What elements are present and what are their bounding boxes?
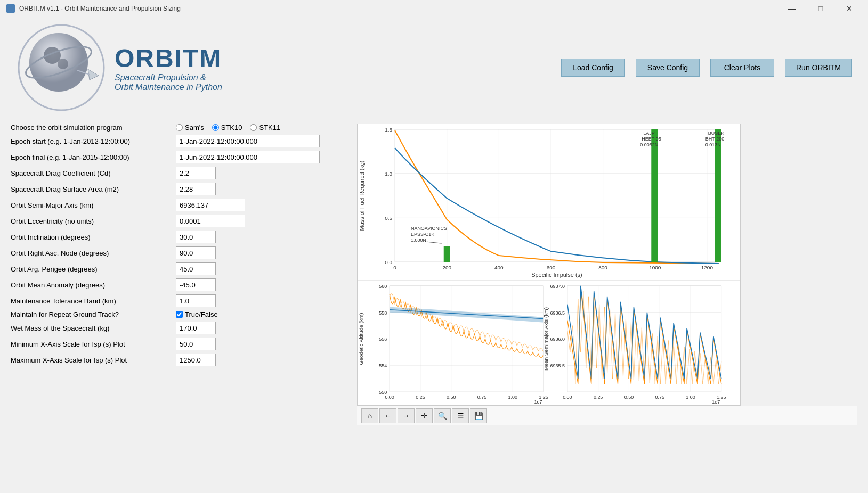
mean-anomaly-row: Orbit Mean Anomaly (degrees) -45.0 bbox=[11, 278, 352, 291]
svg-text:0.75: 0.75 bbox=[477, 395, 486, 400]
epoch-final-row: Epoch final (e.g. 1-Jan-2015-12:00:00) 1… bbox=[11, 151, 352, 163]
svg-text:6936.0: 6936.0 bbox=[550, 336, 564, 342]
radio-stk10-input[interactable] bbox=[212, 124, 219, 131]
svg-text:0.75: 0.75 bbox=[655, 395, 664, 400]
svg-text:Geodetic Altitude (km): Geodetic Altitude (km) bbox=[358, 313, 364, 365]
repeat-track-checkbox-label[interactable]: True/False bbox=[176, 310, 218, 318]
svg-text:0.0: 0.0 bbox=[385, 259, 392, 265]
top-plot: 1.5 1.0 0.5 0.0 0 200 400 600 800 1000 1… bbox=[359, 127, 724, 278]
svg-text:0.00: 0.00 bbox=[385, 395, 394, 400]
plot-container: 1.5 1.0 0.5 0.0 0 200 400 600 800 1000 1… bbox=[357, 124, 741, 406]
plot-zoom-button[interactable]: 🔍 bbox=[434, 408, 451, 423]
header-section: ORBITM Spacecraft Propulsion & Orbit Mai… bbox=[0, 17, 868, 118]
run-orbitm-button[interactable]: Run ORBITM bbox=[785, 59, 852, 77]
tolerance-input[interactable]: 1.0 bbox=[176, 294, 216, 307]
wet-mass-row: Wet Mass of the Spacecraft (kg) 170.0 bbox=[11, 322, 352, 334]
repeat-track-label: Maintain for Repeat Ground Track? bbox=[11, 310, 171, 318]
max-x-axis-input[interactable]: 1250.0 bbox=[176, 354, 216, 366]
eccentricity-input[interactable]: 0.0001 bbox=[176, 215, 245, 227]
drag-area-row: Spacecraft Drag Surface Area (m2) 2.28 bbox=[11, 183, 352, 195]
plot-home-button[interactable]: ⌂ bbox=[361, 408, 378, 423]
drag-area-input[interactable]: 2.28 bbox=[176, 183, 216, 195]
svg-text:560: 560 bbox=[379, 284, 387, 289]
svg-text:0.50: 0.50 bbox=[447, 395, 456, 400]
svg-text:0.5: 0.5 bbox=[385, 215, 392, 221]
svg-text:0.25: 0.25 bbox=[594, 395, 603, 400]
body-section: Choose the orbit simulation program Sam'… bbox=[0, 118, 868, 431]
max-x-axis-label: Maximum X-Axis Scale for Isp (s) Plot bbox=[11, 356, 171, 364]
plot-back-button[interactable]: ← bbox=[379, 408, 396, 423]
plot-save-button[interactable]: 💾 bbox=[470, 408, 487, 423]
plot-toolbar: ⌂ ← → ✛ 🔍 ☰ 💾 bbox=[357, 406, 857, 425]
radio-stk11[interactable]: STK11 bbox=[250, 124, 280, 132]
svg-text:HEET-05: HEET-05 bbox=[642, 136, 661, 142]
semi-major-input[interactable]: 6936.137 bbox=[176, 199, 245, 211]
radio-sams[interactable]: Sam's bbox=[176, 124, 204, 132]
epoch-final-input[interactable]: 1-Jun-2022-12:00:00.000 bbox=[176, 151, 320, 163]
svg-text:1000: 1000 bbox=[649, 265, 661, 270]
logo-image bbox=[16, 22, 107, 113]
semi-major-row: Orbit Semi-Major Axis (km) 6936.137 bbox=[11, 199, 352, 211]
minimize-button[interactable]: — bbox=[780, 0, 804, 17]
svg-rect-34 bbox=[444, 246, 450, 262]
title-bar: ORBIT.M v1.1 - Orbit Maintenance and Pro… bbox=[0, 0, 868, 17]
svg-rect-35 bbox=[651, 129, 658, 262]
svg-text:6937.0: 6937.0 bbox=[550, 284, 564, 289]
arg-perigee-label: Orbit Arg. Perigee (degrees) bbox=[11, 265, 171, 273]
svg-text:Time of Simulation (s): Time of Simulation (s) bbox=[619, 405, 670, 405]
svg-text:1.000N: 1.000N bbox=[411, 237, 426, 243]
radio-stk10[interactable]: STK10 bbox=[212, 124, 242, 132]
logo-text: ORBITM Spacecraft Propulsion & Orbit Mai… bbox=[115, 44, 222, 92]
tolerance-row: Maintenance Tolerance Band (km) 1.0 bbox=[11, 294, 352, 307]
arg-perigee-input[interactable]: 45.0 bbox=[176, 262, 216, 275]
eccentricity-row: Orbit Eccentricity (no units) 0.0001 bbox=[11, 215, 352, 227]
epoch-start-input[interactable]: 1-Jan-2022-12:00:00.000 bbox=[176, 135, 320, 147]
drag-area-label: Spacecraft Drag Surface Area (m2) bbox=[11, 185, 171, 193]
min-x-axis-row: Minimum X-Axis Scale for Isp (s) Plot 50… bbox=[11, 338, 352, 350]
right-panel: 1.5 1.0 0.5 0.0 0 200 400 600 800 1000 1… bbox=[357, 124, 857, 425]
repeat-track-checkbox[interactable] bbox=[176, 311, 183, 318]
maximize-button[interactable]: □ bbox=[808, 0, 833, 17]
svg-text:LAJP: LAJP bbox=[643, 130, 654, 136]
mean-anomaly-label: Orbit Mean Anomaly (degrees) bbox=[11, 281, 171, 289]
svg-text:400: 400 bbox=[494, 265, 504, 270]
svg-text:EPSS-C1K: EPSS-C1K bbox=[411, 232, 434, 237]
drag-coeff-input[interactable]: 2.2 bbox=[176, 167, 216, 179]
epoch-final-label: Epoch final (e.g. 1-Jan-2015-12:00:00) bbox=[11, 153, 171, 161]
radio-stk11-input[interactable] bbox=[250, 124, 257, 131]
svg-text:0.0052N: 0.0052N bbox=[640, 142, 658, 147]
close-button[interactable]: ✕ bbox=[837, 0, 862, 17]
wet-mass-input[interactable]: 170.0 bbox=[176, 322, 216, 334]
left-panel: Choose the orbit simulation program Sam'… bbox=[11, 124, 352, 425]
save-config-button[interactable]: Save Config bbox=[636, 59, 700, 77]
orbit-program-row: Choose the orbit simulation program Sam'… bbox=[11, 124, 352, 132]
svg-text:Mass of Fuel Required (kg): Mass of Fuel Required (kg) bbox=[359, 161, 365, 231]
clear-plots-button[interactable]: Clear Plots bbox=[710, 59, 774, 77]
max-x-axis-row: Maximum X-Axis Scale for Isp (s) Plot 12… bbox=[11, 354, 352, 366]
logo-area: ORBITM Spacecraft Propulsion & Orbit Mai… bbox=[16, 22, 222, 113]
svg-text:600: 600 bbox=[547, 265, 556, 270]
radio-sams-input[interactable] bbox=[176, 124, 183, 131]
svg-text:200: 200 bbox=[442, 265, 451, 270]
epoch-start-label: Epoch start (e.g. 1-Jan-2012-12:00:00) bbox=[11, 137, 171, 145]
plot-pan-button[interactable]: ✛ bbox=[416, 408, 433, 423]
svg-text:1200: 1200 bbox=[701, 265, 713, 270]
min-x-axis-input[interactable]: 50.0 bbox=[176, 338, 216, 350]
title-bar-text: ORBIT.M v1.1 - Orbit Maintenance and Pro… bbox=[19, 5, 181, 12]
svg-point-4 bbox=[58, 59, 68, 69]
plot-settings-button[interactable]: ☰ bbox=[452, 408, 469, 423]
repeat-track-row: Maintain for Repeat Ground Track? True/F… bbox=[11, 310, 352, 318]
svg-text:1.0: 1.0 bbox=[385, 171, 392, 177]
inclination-input[interactable]: 30.0 bbox=[176, 231, 216, 243]
svg-text:0.50: 0.50 bbox=[624, 395, 634, 400]
svg-text:1e7: 1e7 bbox=[534, 399, 542, 405]
mean-anomaly-input[interactable]: -45.0 bbox=[176, 278, 216, 291]
svg-text:1e7: 1e7 bbox=[712, 399, 720, 405]
load-config-button[interactable]: Load Config bbox=[561, 59, 625, 77]
raan-input[interactable]: 90.0 bbox=[176, 246, 216, 259]
min-x-axis-label: Minimum X-Axis Scale for Isp (s) Plot bbox=[11, 340, 171, 348]
plot-forward-button[interactable]: → bbox=[398, 408, 415, 423]
wet-mass-label: Wet Mass of the Spacecraft (kg) bbox=[11, 324, 171, 332]
drag-coeff-label: Spacecraft Drag Coefficient (Cd) bbox=[11, 169, 171, 177]
eccentricity-label: Orbit Eccentricity (no units) bbox=[11, 217, 171, 225]
